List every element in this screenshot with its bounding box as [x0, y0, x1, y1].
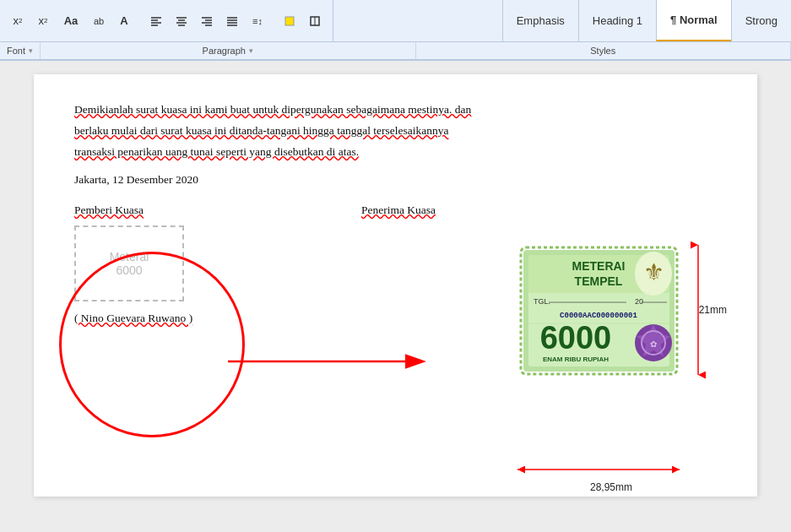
paragraph-text-2: berlaku mulai dari surat kuasa ini ditan… [74, 122, 717, 140]
toolbar-formatting: x2 x2 Aa ab A ≡↕ [0, 0, 333, 41]
superscript-button[interactable]: x2 [32, 10, 54, 32]
font-expand-icon: ▾ [29, 46, 33, 55]
svg-text:⚜: ⚜ [643, 259, 664, 285]
paragraph-text: Demikianlah surat kuasa ini kami buat un… [74, 101, 717, 119]
date-text: Jakarta, 12 Desember 2020 [74, 173, 717, 187]
meterai-text-line1: Meterai [110, 250, 149, 263]
borders-button[interactable] [304, 10, 326, 32]
dim-bottom-label: 28,95mm [590, 481, 632, 493]
font-section: Font ▾ [0, 42, 41, 59]
dim-right-label: 21mm [699, 304, 727, 316]
styles-label: Styles [590, 46, 615, 56]
font-size-button[interactable]: Aa [57, 10, 84, 32]
para-line3: transaksi penarikan uang tunai seperti y… [74, 145, 359, 158]
subscript-button[interactable]: x2 [7, 10, 29, 32]
signature-name: ( Nino Guevara Ruwano ) [74, 312, 192, 325]
document-page: Demikianlah surat kuasa ini kami buat un… [34, 74, 757, 497]
dimension-bottom-arrow [514, 459, 683, 480]
stamp-code: C0000AAC000000001 [560, 312, 637, 320]
paragraph-section: Paragraph ▾ [41, 42, 416, 59]
pemberi-kuasa-block: Pemberi Kuasa Meterai 6000 ( Nino Guevar… [74, 204, 243, 325]
svg-rect-16 [285, 17, 294, 25]
styles-bar: Emphasis Heading 1 ¶ Normal Strong [502, 0, 791, 41]
stamp-value: 6000 [540, 320, 612, 356]
shading-button[interactable] [279, 10, 301, 32]
svg-text:✿: ✿ [650, 339, 657, 349]
line-spacing-button[interactable]: ≡↕ [247, 10, 268, 32]
align-center-button[interactable] [171, 10, 192, 32]
stamp-year: 20 [635, 297, 643, 306]
penerima-kuasa-label: Penerima Kuasa [361, 204, 436, 217]
penerima-kuasa-block: Penerima Kuasa [361, 204, 530, 217]
style-emphasis[interactable]: Emphasis [502, 0, 578, 41]
stamp-svg: METERAI TEMPEL ⚜ TGL. 20 C0000AAC0000000… [517, 243, 681, 378]
stamp-tgl: TGL. [534, 297, 550, 306]
para-line2: berlaku mulai dari surat kuasa ini ditan… [74, 124, 448, 137]
stamp-title1: METERAI [572, 259, 626, 273]
para-line1: Demikianlah surat kuasa ini kami buat un… [74, 103, 471, 116]
style-strong[interactable]: Strong [731, 0, 791, 41]
style-heading1[interactable]: Heading 1 [578, 0, 656, 41]
paragraph-text-3: transaksi penarikan uang tunai seperti y… [74, 144, 717, 161]
paragraph-expand-icon: ▾ [249, 46, 253, 55]
document-area: Demikianlah surat kuasa ini kami buat un… [0, 61, 791, 532]
highlight-button[interactable]: ab [88, 10, 110, 32]
stamp-title2: TEMPEL [575, 274, 623, 288]
arrow-annotation [219, 336, 422, 387]
meterai-text-line2: 6000 [116, 263, 142, 277]
font-label: Font [7, 46, 25, 56]
styles-section: Styles [416, 42, 791, 59]
toolbar: x2 x2 Aa ab A ≡↕ Empha [0, 0, 791, 42]
align-right-button[interactable] [196, 10, 218, 32]
sub-toolbar: Font ▾ Paragraph ▾ Styles [0, 42, 791, 61]
meterai-placeholder: Meterai 6000 [74, 225, 184, 301]
font-color-button[interactable]: A [113, 10, 135, 32]
paragraph-label: Paragraph [203, 46, 246, 56]
style-normal[interactable]: ¶ Normal [656, 0, 731, 41]
stamp-value-text: ENAM RIBU RUPIAH [543, 356, 609, 363]
pemberi-kuasa-label: Pemberi Kuasa [74, 204, 144, 217]
meterai-stamp: METERAI TEMPEL ⚜ TGL. 20 C0000AAC0000000… [517, 243, 681, 378]
align-justify-button[interactable] [221, 10, 243, 32]
align-left-button[interactable] [145, 10, 167, 32]
